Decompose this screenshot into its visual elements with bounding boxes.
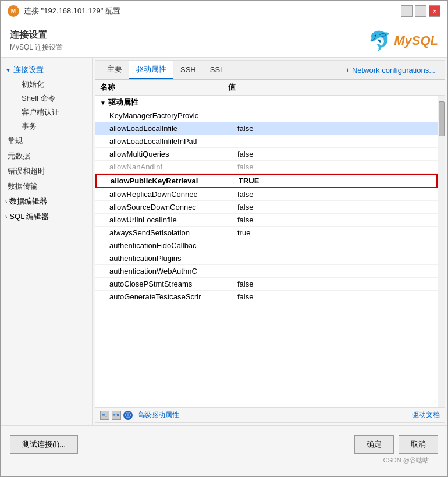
table-header: 名称 值 bbox=[95, 80, 445, 96]
sidebar-group-sql-editor[interactable]: › SQL 编辑器 bbox=[1, 209, 92, 224]
row-name-highlighted: allowPublicKeyRetrieval bbox=[111, 176, 239, 185]
table-row[interactable]: allowMultiQueries false bbox=[95, 148, 438, 161]
sidebar-item-transaction[interactable]: 事务 bbox=[12, 119, 92, 133]
row-name: allowLoadLocalInfileInPatl bbox=[109, 137, 237, 146]
tab-driver-props[interactable]: 驱动属性 bbox=[129, 61, 173, 79]
mysql-logo-text: MySQL bbox=[394, 33, 438, 48]
window-title: 连接 "192.168.101.129" 配置 bbox=[24, 6, 120, 16]
sidebar-item-general[interactable]: 常规 bbox=[1, 133, 92, 149]
network-config-link[interactable]: + Network configurations... bbox=[341, 62, 440, 78]
table-scroll[interactable]: ▼ 驱动属性 KeyManagerFactoryProvic allowLoad… bbox=[95, 96, 438, 407]
row-name: authenticationPlugins bbox=[109, 254, 237, 263]
sidebar-item-shell[interactable]: Shell 命令 bbox=[12, 91, 92, 105]
group-arrow-icon: ▼ bbox=[100, 100, 106, 106]
app-icon: M bbox=[8, 5, 19, 17]
sidebar-sub-connection: 初始化 Shell 命令 客户端认证 事务 bbox=[1, 77, 92, 133]
table-container: 名称 值 ▼ 驱动属性 KeyManagerFactoryProvic bbox=[95, 80, 445, 422]
sidebar-group-connection[interactable]: ▼ 连接设置 bbox=[1, 62, 92, 77]
col-header-name: 名称 bbox=[100, 82, 228, 93]
close-button[interactable]: ✕ bbox=[429, 5, 440, 17]
table-row-highlighted[interactable]: allowPublicKeyRetrieval TRUE bbox=[95, 174, 438, 188]
table-row[interactable]: autoClosePStmtStreams false bbox=[95, 278, 438, 291]
arrow-icon-data-editor: › bbox=[5, 199, 7, 205]
ok-button[interactable]: 确定 bbox=[354, 435, 394, 454]
advanced-props-label: 高级驱动属性 bbox=[137, 410, 179, 420]
table-row[interactable]: authenticationFidoCallbac bbox=[95, 239, 438, 252]
table-row[interactable]: allowReplicaDownConnec false bbox=[95, 188, 438, 201]
row-value: false bbox=[237, 203, 433, 211]
bottom-buttons: 测试连接(I)... 确定 取消 bbox=[10, 435, 438, 454]
maximize-button[interactable]: □ bbox=[415, 5, 426, 17]
row-name: allowUrlInLocalInfile bbox=[109, 215, 237, 224]
row-name: authenticationWebAuthnC bbox=[109, 267, 237, 275]
test-connection-button[interactable]: 测试连接(I)... bbox=[10, 435, 78, 454]
btn-group-right: 确定 取消 bbox=[354, 435, 438, 454]
sidebar-group-data-editor[interactable]: › 数据编辑器 bbox=[1, 194, 92, 209]
row-name: authenticationFidoCallbac bbox=[109, 241, 237, 250]
row-value: true bbox=[237, 228, 433, 237]
table-row[interactable]: allowLoadLocalInfile false bbox=[95, 122, 438, 135]
row-name: allowLoadLocalInfile bbox=[109, 124, 237, 133]
row-value: false bbox=[237, 150, 433, 158]
sidebar-item-init[interactable]: 初始化 bbox=[12, 77, 92, 91]
sidebar-item-client-auth[interactable]: 客户端认证 bbox=[12, 105, 92, 119]
window-controls: — □ ✕ bbox=[401, 5, 440, 17]
col-header-value: 值 bbox=[228, 82, 440, 93]
page-subtitle: MySQL 连接设置 bbox=[10, 43, 63, 52]
sidebar-label-data-editor: 数据编辑器 bbox=[9, 196, 47, 207]
sidebar-item-data-transfer[interactable]: 数据传输 bbox=[1, 179, 92, 194]
row-name: autoClosePStmtStreams bbox=[109, 280, 237, 288]
main-panel: 主要 驱动属性 SSH SSL + Network configurations… bbox=[95, 60, 445, 423]
content-area: ▼ 连接设置 初始化 Shell 命令 客户端认证 事务 常规 元数据 错误和超… bbox=[1, 58, 447, 425]
row-value: false bbox=[237, 162, 433, 171]
sidebar-item-errors[interactable]: 错误和超时 bbox=[1, 164, 92, 179]
table-row[interactable]: allowNanAndInf false bbox=[95, 161, 438, 174]
tab-ssh[interactable]: SSH bbox=[173, 62, 203, 79]
mysql-dolphin-icon: 🐬 bbox=[368, 30, 392, 52]
tab-main[interactable]: 主要 bbox=[100, 61, 129, 79]
info-icon[interactable]: ⓘ bbox=[123, 411, 133, 420]
row-name: KeyManagerFactoryProvic bbox=[109, 111, 237, 120]
title-bar-left: M 连接 "192.168.101.129" 配置 bbox=[8, 5, 120, 17]
row-name: allowSourceDownConnec bbox=[109, 203, 237, 211]
arrow-icon-sql-editor: › bbox=[5, 214, 7, 220]
sidebar-item-metadata[interactable]: 元数据 bbox=[1, 149, 92, 164]
row-name: allowNanAndInf bbox=[109, 162, 237, 171]
footer-bar: ≡↓ ≡✕ ⓘ 高级驱动属性 驱动文档 bbox=[95, 407, 445, 422]
title-bar: M 连接 "192.168.101.129" 配置 — □ ✕ bbox=[1, 1, 447, 22]
tabs-bar: 主要 驱动属性 SSH SSL + Network configurations… bbox=[95, 61, 445, 80]
table-row[interactable]: allowLoadLocalInfileInPatl bbox=[95, 135, 438, 148]
sidebar-label-sql-editor: SQL 编辑器 bbox=[9, 211, 49, 222]
header-section: 连接设置 MySQL 连接设置 🐬 MySQL bbox=[1, 22, 447, 58]
sidebar-group-label-connection: 连接设置 bbox=[13, 65, 44, 75]
group-label-driver: 驱动属性 bbox=[108, 97, 138, 108]
mysql-logo: 🐬 MySQL bbox=[368, 30, 438, 52]
tab-ssl[interactable]: SSL bbox=[203, 62, 232, 79]
table-row[interactable]: autoGenerateTestcaseScrir false bbox=[95, 291, 438, 303]
table-row[interactable]: allowSourceDownConnec false bbox=[95, 201, 438, 214]
row-value: false bbox=[237, 280, 433, 288]
scrollbar-track[interactable] bbox=[438, 96, 445, 407]
scrollbar-thumb[interactable] bbox=[439, 101, 445, 136]
bottom-area: 测试连接(I)... 确定 取消 CSDN @谷哒咕 bbox=[1, 425, 447, 476]
row-value: false bbox=[237, 215, 433, 224]
row-value: false bbox=[237, 190, 433, 199]
group-row-driver: ▼ 驱动属性 bbox=[95, 96, 438, 109]
watermark: CSDN @谷哒咕 bbox=[10, 454, 438, 467]
header-left: 连接设置 MySQL 连接设置 bbox=[10, 29, 63, 52]
table-row[interactable]: authenticationWebAuthnC bbox=[95, 265, 438, 278]
table-row[interactable]: KeyManagerFactoryProvic bbox=[95, 109, 438, 122]
clear-icon[interactable]: ≡✕ bbox=[112, 411, 121, 420]
filter-icon[interactable]: ≡↓ bbox=[100, 411, 109, 420]
table-row[interactable]: alwaysSendSetIsolation true bbox=[95, 227, 438, 239]
row-value: false bbox=[237, 124, 433, 133]
table-row[interactable]: allowUrlInLocalInfile false bbox=[95, 214, 438, 227]
row-name: allowReplicaDownConnec bbox=[109, 190, 237, 199]
row-value-highlighted: TRUE bbox=[239, 176, 432, 185]
driver-docs-link[interactable]: 驱动文档 bbox=[412, 410, 440, 420]
table-row[interactable]: authenticationPlugins bbox=[95, 252, 438, 265]
cancel-button[interactable]: 取消 bbox=[399, 435, 438, 454]
main-window: M 连接 "192.168.101.129" 配置 — □ ✕ 连接设置 MyS… bbox=[0, 0, 448, 477]
row-name: autoGenerateTestcaseScrir bbox=[109, 292, 237, 301]
minimize-button[interactable]: — bbox=[401, 5, 413, 17]
